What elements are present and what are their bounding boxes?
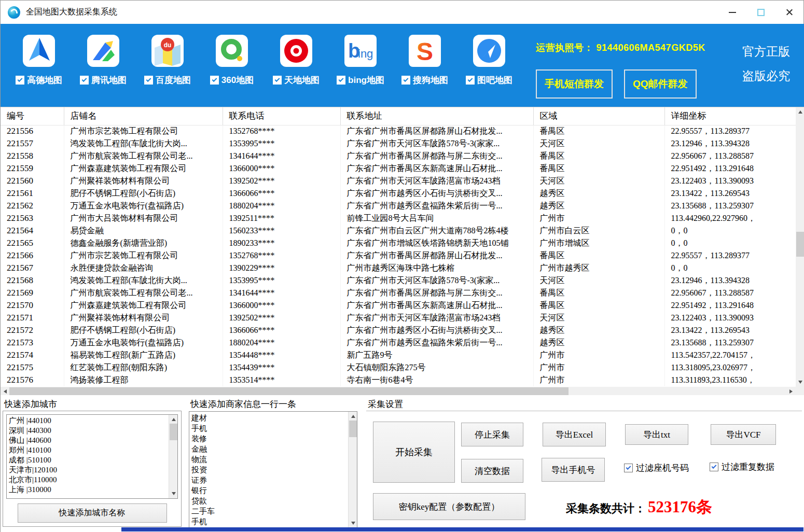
city-list-item[interactable]: 成都 |510100 bbox=[9, 455, 175, 465]
map-source-toggle[interactable]: 天地地图 bbox=[273, 74, 320, 86]
table-row[interactable]: 221567永胜便捷贷款金融咨询1390229****广州市越秀区海珠中路七株榕… bbox=[1, 262, 796, 274]
table-row[interactable]: 221571广州聚祥装饰材料有限公司1392502****广东省广州市天河区车陂… bbox=[1, 312, 796, 324]
map-source-toggle[interactable]: 360地图 bbox=[210, 74, 254, 86]
table-row[interactable]: 221562万通五金水电装饰行(盘福路店)1880204****广东省广州市越秀… bbox=[1, 200, 796, 212]
map-checkbox[interactable] bbox=[273, 76, 282, 85]
column-header[interactable]: 店铺名 bbox=[64, 107, 223, 125]
map-checkbox[interactable] bbox=[401, 76, 410, 85]
horizontal-scroll-thumb[interactable] bbox=[9, 387, 569, 395]
map-source-toggle[interactable]: 图吧地图 bbox=[466, 74, 512, 86]
merchant-list-item[interactable]: 手机 bbox=[191, 516, 355, 527]
map-source-toggle[interactable]: 搜狗地图 bbox=[401, 74, 448, 86]
city-list-item[interactable]: 佛山 |440600 bbox=[9, 436, 175, 445]
merchant-scroll-down-button[interactable] bbox=[349, 519, 357, 528]
merchant-list-scrollbar[interactable] bbox=[348, 412, 357, 528]
merchant-list-item[interactable]: 金融 bbox=[191, 444, 355, 454]
merchant-list-item[interactable]: 物流 bbox=[191, 454, 355, 465]
map-checkbox[interactable] bbox=[16, 76, 24, 85]
maximize-button[interactable] bbox=[746, 1, 775, 24]
table-row[interactable]: 221557鸿发装饰工程部(车陂北街大岗...1353995****广东省广州市… bbox=[1, 137, 796, 150]
merchant-scroll-up-button[interactable] bbox=[349, 412, 357, 421]
scroll-right-button[interactable] bbox=[787, 387, 796, 395]
column-header[interactable]: 联系地址 bbox=[340, 107, 533, 125]
merchant-list-item[interactable]: 装修 bbox=[191, 433, 355, 444]
merchant-list-item[interactable]: 银行 bbox=[191, 485, 355, 496]
map-source-toggle[interactable]: 百度地图 bbox=[144, 74, 191, 86]
stop-collect-button[interactable]: 停止采集 bbox=[461, 423, 523, 446]
city-scroll-thumb[interactable] bbox=[170, 424, 177, 440]
merchant-listbox[interactable]: 建材手机装修金融物流投资证券银行贷款二手车手机 bbox=[189, 411, 357, 528]
scroll-up-button[interactable] bbox=[796, 107, 804, 116]
city-list-item[interactable]: 天津市|120100 bbox=[9, 465, 175, 475]
merchant-list-item[interactable]: 投资 bbox=[191, 465, 355, 475]
merchant-panel: 快速添加商家信息一行一条 建材手机装修金融物流投资证券银行贷款二手车手机 bbox=[189, 398, 357, 528]
minimize-button[interactable] bbox=[718, 1, 746, 24]
close-button[interactable] bbox=[775, 1, 803, 24]
table-row[interactable]: 221560广州聚祥装饰材料有限公司1392502****广东省广州市天河区车陂… bbox=[1, 175, 796, 187]
map-checkbox[interactable] bbox=[80, 76, 89, 85]
table-row[interactable]: 221576鸿扬装修工程部1353514****寺右南一街6巷4号广州市113.… bbox=[1, 374, 796, 386]
map-source-item: 高德地图 bbox=[7, 24, 71, 86]
start-collect-button[interactable]: 开始采集 bbox=[373, 422, 455, 483]
table-row[interactable]: 221574福易装饰工程部(新广五路店)1354448****新广五路9号广州市… bbox=[1, 349, 796, 361]
key-config-button[interactable]: 密钥key配置（参数配置） bbox=[373, 493, 525, 520]
merchant-list-item[interactable]: 贷款 bbox=[191, 496, 355, 506]
city-list-item[interactable]: 上海 |310000 bbox=[9, 485, 175, 495]
column-header[interactable]: 区域 bbox=[533, 107, 664, 125]
scroll-left-button[interactable] bbox=[1, 387, 9, 395]
add-city-button[interactable]: 快速添加城市名称 bbox=[18, 503, 167, 523]
table-row[interactable]: 221568鸿发装饰工程部(车陂北街大岗...1353995****广东省广州市… bbox=[1, 274, 796, 287]
table-row[interactable]: 221566广州市宗艺装饰工程有限公司1352768****广东省广州市番禺区屏… bbox=[1, 249, 796, 262]
merchant-list-item[interactable]: 证券 bbox=[191, 475, 355, 485]
table-row[interactable]: 221575红艺装饰工程部(朝阳东路)1354439****大石镇朝阳东路275… bbox=[1, 361, 796, 374]
table-row[interactable]: 221569广州市航宸装饰工程有限公司老...1341644****广东省广州市… bbox=[1, 287, 796, 299]
export-txt-button[interactable]: 导出txt bbox=[625, 424, 688, 445]
city-list-item[interactable]: 北京市|110000 bbox=[9, 475, 175, 485]
city-list-item[interactable]: 广州 |440100 bbox=[9, 416, 175, 426]
merchant-list-item[interactable]: 建材 bbox=[191, 413, 355, 423]
clear-data-button[interactable]: 清空数据 bbox=[461, 459, 523, 483]
filter-landline-checkbox[interactable]: 过滤座机号码 bbox=[624, 462, 689, 474]
city-scroll-down-button[interactable] bbox=[169, 489, 178, 498]
table-row[interactable]: 221558广州市航宸装饰工程有限公司老...1341644****广东省广州市… bbox=[1, 150, 796, 162]
map-checkbox[interactable] bbox=[210, 76, 219, 85]
map-source-toggle[interactable]: 高德地图 bbox=[16, 74, 62, 86]
map-checkbox[interactable] bbox=[466, 76, 475, 85]
table-cell: 越秀区 bbox=[533, 337, 664, 349]
city-list-item[interactable]: 郑州 |410100 bbox=[9, 445, 175, 455]
filter-duplicate-checkbox[interactable]: 过滤重复数据 bbox=[710, 461, 774, 473]
city-list-scrollbar[interactable] bbox=[169, 415, 177, 498]
merchant-list-item[interactable]: 二手车 bbox=[191, 506, 355, 516]
table-row[interactable]: 221572肥仔不锈钢工程部(小石街店)1366066****广东省广州市越秀区… bbox=[1, 324, 796, 337]
table-row[interactable]: 221559广州森嘉建筑装饰工程有限公司1366000****广东省广州市番禺区… bbox=[1, 162, 796, 175]
table-row[interactable]: 221564易贷金融1560233****广东省广州市白云区广州大道南788号2… bbox=[1, 225, 796, 237]
map-checkbox[interactable] bbox=[144, 76, 153, 85]
column-header[interactable]: 编号 bbox=[1, 107, 64, 125]
sms-bulk-button[interactable]: 手机短信群发 bbox=[536, 69, 613, 99]
table-row[interactable]: 221570广州森嘉建筑装饰工程有限公司1366000****广东省广州市番禺区… bbox=[1, 299, 796, 312]
scroll-down-button[interactable] bbox=[796, 378, 804, 387]
city-list-item[interactable]: 深圳 |440300 bbox=[9, 426, 175, 436]
vertical-scrollbar[interactable] bbox=[796, 107, 804, 387]
merchant-scroll-thumb[interactable] bbox=[349, 421, 357, 437]
column-header[interactable]: 详细坐标 bbox=[664, 107, 796, 125]
table-cell: 永胜便捷贷款金融咨询 bbox=[64, 262, 223, 274]
city-listbox[interactable]: 广州 |440100深圳 |440300佛山 |440600郑州 |410100… bbox=[6, 414, 178, 499]
table-row[interactable]: 221561肥仔不锈钢工程部(小石街店)1366066****广东省广州市越秀区… bbox=[1, 187, 796, 200]
export-vcf-button[interactable]: 导出VCF bbox=[711, 424, 776, 445]
qq-mail-bulk-button[interactable]: QQ邮件群发 bbox=[624, 69, 697, 99]
map-source-toggle[interactable]: 腾讯地图 bbox=[80, 74, 127, 86]
map-source-toggle[interactable]: bing地图 bbox=[337, 74, 384, 86]
city-scroll-up-button[interactable] bbox=[169, 415, 178, 424]
map-checkbox[interactable] bbox=[337, 76, 345, 85]
merchant-list-item[interactable]: 手机 bbox=[191, 423, 355, 433]
table-row[interactable]: 221573万通五金水电装饰行(盘福路店)1880204****广东省广州市越秀… bbox=[1, 337, 796, 349]
vertical-scroll-thumb[interactable] bbox=[796, 232, 804, 257]
table-row[interactable]: 221556广州市宗艺装饰工程有限公司1352768****广东省广州市番禺区屏… bbox=[1, 125, 796, 137]
table-row[interactable]: 221565德鑫金融服务(新塘营业部)1890233****广东省广州市增城区铁… bbox=[1, 237, 796, 249]
horizontal-scrollbar[interactable] bbox=[1, 387, 796, 395]
export-excel-button[interactable]: 导出Excel bbox=[543, 423, 606, 446]
export-phone-button[interactable]: 导出手机号 bbox=[542, 458, 605, 482]
table-row[interactable]: 221563广州市大吕装饰材料有限公司1392511****前锋工业园8号大吕车… bbox=[1, 212, 796, 225]
column-header[interactable]: 联系电话 bbox=[223, 107, 340, 125]
